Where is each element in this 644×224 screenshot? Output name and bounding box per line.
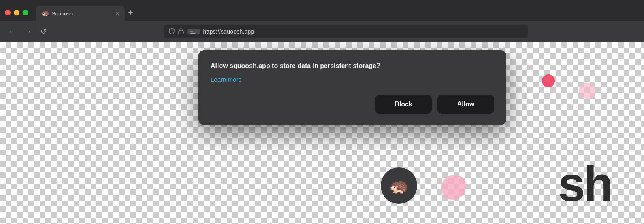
forward-button[interactable]: → bbox=[23, 26, 33, 37]
tab-close-button[interactable]: × bbox=[116, 11, 119, 16]
learn-more-link[interactable]: Learn more bbox=[211, 76, 242, 83]
active-tab[interactable]: 🦔 Squoosh × bbox=[36, 6, 125, 21]
svg-rect-1 bbox=[190, 30, 196, 34]
svg-rect-2 bbox=[190, 31, 193, 32]
block-button[interactable]: Block bbox=[375, 95, 432, 114]
blob-pink-large bbox=[441, 175, 466, 200]
reload-button[interactable]: ↺ bbox=[39, 26, 48, 37]
page-content: 🦔 sh Allow squoosh.app to store data in … bbox=[0, 42, 644, 224]
popup-button-group: Block Allow bbox=[211, 95, 494, 114]
site-info-button[interactable] bbox=[187, 29, 200, 34]
window-controls bbox=[5, 10, 28, 21]
allow-button[interactable]: Allow bbox=[437, 95, 494, 114]
maximize-dot[interactable] bbox=[23, 10, 28, 15]
svg-rect-3 bbox=[190, 32, 194, 33]
squoosh-brand-text: sh bbox=[558, 156, 612, 212]
new-tab-button[interactable]: + bbox=[128, 8, 133, 21]
popup-question-text: Allow squoosh.app to store data in persi… bbox=[211, 61, 494, 70]
permission-popup: Allow squoosh.app to store data in persi… bbox=[198, 50, 506, 125]
browser-window: 🦔 Squoosh × + ← → ↺ bbox=[0, 0, 644, 224]
tab-title: Squoosh bbox=[52, 11, 113, 17]
lock-icon bbox=[178, 28, 184, 35]
url-text: https://squoosh.app bbox=[203, 28, 254, 35]
address-bar[interactable]: https://squoosh.app bbox=[164, 25, 528, 38]
tab-favicon: 🦔 bbox=[41, 10, 49, 17]
blob-red bbox=[542, 74, 555, 87]
close-dot[interactable] bbox=[5, 10, 11, 15]
tab-bar: 🦔 Squoosh × + bbox=[0, 0, 644, 21]
shield-icon bbox=[168, 28, 175, 35]
squoosh-logo: 🦔 bbox=[381, 167, 417, 204]
minimize-dot[interactable] bbox=[14, 10, 19, 15]
back-button[interactable]: ← bbox=[6, 26, 17, 37]
svg-rect-0 bbox=[179, 31, 183, 34]
blob-pink-small bbox=[579, 82, 595, 99]
nav-bar: ← → ↺ bbox=[0, 21, 644, 42]
